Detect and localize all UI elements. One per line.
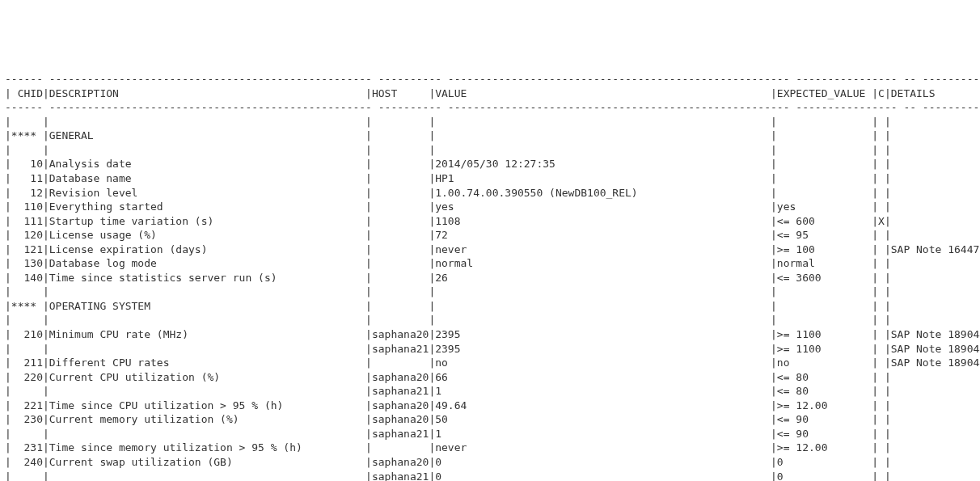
report-output: ------ ---------------------------------… — [5, 72, 975, 481]
